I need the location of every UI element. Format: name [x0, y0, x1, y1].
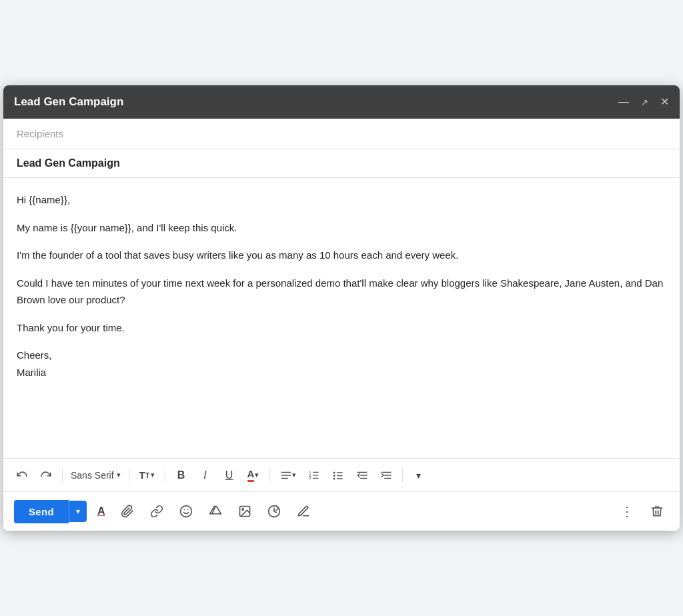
send-button-group: Send ▾ [14, 500, 87, 523]
body-line3: I'm the founder of a tool that saves bus… [17, 247, 666, 264]
undo-button[interactable] [11, 465, 33, 486]
expand-icon[interactable]: ↗ [641, 98, 648, 107]
send-dropdown-button[interactable]: ▾ [69, 501, 87, 522]
font-size-button[interactable]: TT ▾ [135, 465, 159, 486]
divider2 [129, 469, 129, 482]
font-color-button[interactable]: A ▾ [243, 464, 264, 486]
subject-text: Lead Gen Campaign [17, 157, 120, 169]
discard-button[interactable] [645, 500, 669, 523]
svg-point-11 [333, 474, 335, 476]
font-color-dropdown-icon: ▾ [255, 471, 259, 479]
divider5 [402, 469, 403, 482]
svg-rect-8 [312, 477, 318, 478]
italic-button[interactable]: I [195, 465, 216, 486]
format-text-button[interactable]: A [92, 501, 111, 522]
font-family-label: Sans Serif [71, 470, 114, 481]
recipients-label: Recipients [17, 128, 63, 139]
redo-button[interactable] [35, 465, 57, 486]
body-closing: Cheers, Marilia [17, 347, 666, 381]
numbered-list-button[interactable]: 1.2.3. [303, 465, 325, 486]
close-icon[interactable]: ✕ [660, 97, 669, 107]
body-line4: Could I have ten minutes of your time ne… [17, 275, 666, 309]
align-dropdown-icon: ▾ [292, 471, 296, 479]
more-options-button[interactable]: ⋮ [615, 499, 640, 524]
font-family-select[interactable]: Sans Serif ▾ [68, 467, 123, 483]
window-title: Lead Gen Campaign [14, 95, 123, 109]
underline-button[interactable]: U [219, 465, 240, 486]
insert-image-button[interactable] [233, 500, 257, 523]
svg-point-13 [333, 477, 335, 479]
divider4 [269, 469, 270, 482]
svg-rect-4 [312, 471, 318, 472]
svg-point-25 [242, 509, 244, 511]
insert-link-button[interactable] [145, 500, 169, 523]
indent-increase-button[interactable] [376, 465, 397, 486]
divider3 [165, 469, 165, 482]
bullet-list-button[interactable] [327, 465, 349, 486]
formatting-toolbar: Sans Serif ▾ TT ▾ B I U A ▾ ▾ [3, 458, 680, 491]
email-body[interactable]: Hi {{name}}, My name is {{your name}}, a… [3, 178, 680, 458]
bold-button[interactable]: B [171, 465, 192, 486]
bottom-toolbar: Send ▾ A ⋮ [3, 491, 680, 531]
svg-rect-12 [336, 475, 342, 476]
svg-rect-6 [312, 475, 318, 475]
more-formatting-button[interactable]: ▾ [408, 465, 430, 486]
body-line2: My name is {{your name}}, and I'll keep … [17, 219, 666, 237]
compose-window: Lead Gen Campaign — ↗ ✕ Recipients Lead … [3, 85, 680, 531]
font-family-dropdown-icon: ▾ [117, 471, 121, 479]
svg-point-21 [181, 506, 192, 517]
svg-point-9 [333, 471, 335, 473]
recipients-field[interactable]: Recipients [3, 119, 680, 149]
subject-field[interactable]: Lead Gen Campaign [3, 149, 680, 178]
signature-button[interactable] [291, 500, 315, 523]
svg-rect-14 [336, 478, 342, 479]
divider1 [62, 469, 63, 482]
insert-emoji-button[interactable] [174, 500, 198, 523]
attach-file-button[interactable] [115, 500, 139, 523]
body-line5: Thank you for your time. [17, 319, 666, 337]
title-bar: Lead Gen Campaign — ↗ ✕ [3, 85, 680, 119]
indent-decrease-button[interactable] [352, 465, 373, 486]
svg-rect-10 [336, 472, 342, 473]
minimize-icon[interactable]: — [618, 97, 629, 107]
font-size-dropdown-icon: ▾ [151, 471, 155, 479]
send-button[interactable]: Send [14, 500, 69, 523]
svg-text:3.: 3. [309, 477, 311, 480]
insert-drive-button[interactable] [203, 500, 227, 523]
align-button[interactable]: ▾ [275, 465, 301, 486]
schedule-send-button[interactable] [262, 500, 286, 523]
body-line1: Hi {{name}}, [17, 191, 666, 209]
window-controls: — ↗ ✕ [618, 97, 669, 107]
